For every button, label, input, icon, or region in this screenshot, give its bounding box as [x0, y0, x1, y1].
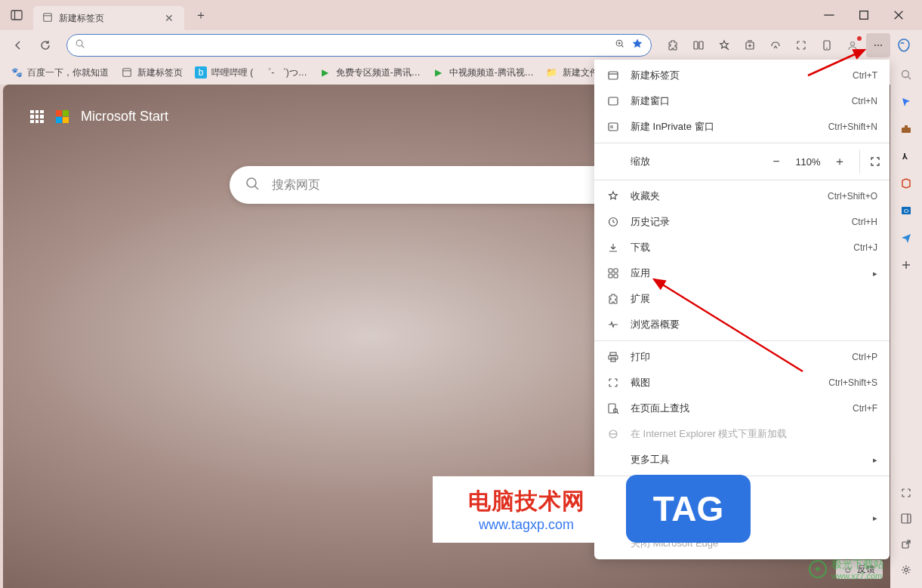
sidebar-m365-icon[interactable] — [897, 174, 915, 192]
bookmark-label: 新建标签页 — [137, 66, 183, 79]
svg-line-13 — [621, 45, 623, 47]
favorites-icon[interactable] — [712, 33, 736, 57]
zoom-out-button[interactable]: − — [761, 149, 791, 174]
find-icon — [606, 402, 620, 415]
svg-point-26 — [880, 45, 882, 46]
bookmark-tencent-mid[interactable]: ▶中视频频道-腾讯视… — [428, 63, 538, 82]
mobile-icon[interactable] — [815, 33, 839, 57]
svg-rect-56 — [609, 404, 615, 413]
address-bar[interactable] — [66, 34, 652, 57]
zoom-in-button[interactable]: ＋ — [825, 149, 855, 174]
menu-find[interactable]: 在页面上查找 Ctrl+F — [594, 396, 890, 421]
menu-shortcut: Ctrl+Shift+S — [828, 377, 877, 388]
menu-print[interactable]: 打印 Ctrl+P — [594, 344, 890, 370]
sidebar-shopping-icon[interactable] — [897, 93, 915, 111]
search-icon — [245, 176, 260, 194]
menu-label: 在 Internet Explorer 模式下重新加载 — [631, 427, 877, 441]
menu-shortcut: Ctrl+N — [852, 96, 877, 106]
refresh-button[interactable] — [33, 33, 57, 57]
bookmark-tencent-free[interactable]: ▶免费专区频道-腾讯… — [315, 63, 425, 82]
sidebar-search-icon[interactable] — [897, 66, 915, 84]
crop-icon — [606, 376, 620, 389]
blank-icon — [606, 453, 620, 466]
new-tab-button[interactable]: ＋ — [190, 5, 211, 26]
sidebar-outlook-icon[interactable]: O — [897, 202, 915, 220]
svg-rect-15 — [699, 42, 703, 49]
xz7-logo-icon: ✦ — [809, 560, 827, 578]
pulse-icon — [606, 318, 620, 331]
menu-screenshot[interactable]: 截图 Ctrl+Shift+S — [594, 370, 890, 396]
menu-label: 更多工具 — [631, 453, 856, 466]
zoom-label: 缩放 — [631, 155, 761, 168]
new-tab-icon — [606, 69, 620, 82]
url-input[interactable] — [91, 40, 609, 51]
extensions-icon[interactable] — [661, 33, 685, 57]
screenshot-icon[interactable] — [789, 33, 813, 57]
menu-shortcut: Ctrl+H — [852, 217, 877, 227]
menu-browser-essentials[interactable]: 浏览器概要 — [594, 312, 890, 337]
bookmark-ntp[interactable]: 新建标签页 — [116, 63, 187, 82]
svg-rect-52 — [614, 274, 618, 278]
sidebar-tools-icon[interactable] — [897, 120, 915, 138]
svg-rect-2 — [44, 13, 52, 21]
menu-favorites[interactable]: 收藏夹 Ctrl+Shift+O — [594, 183, 890, 209]
split-screen-icon[interactable] — [686, 33, 711, 57]
svg-point-42 — [905, 568, 908, 571]
svg-point-25 — [877, 45, 879, 46]
menu-new-tab[interactable]: 新建标签页 Ctrl+T — [594, 63, 890, 88]
sidebar-screenshot-icon[interactable] — [897, 484, 915, 502]
sidebar-settings-icon[interactable] — [897, 561, 915, 579]
sidebar-panel-icon[interactable] — [897, 509, 915, 528]
fullscreen-button[interactable] — [859, 149, 890, 174]
menu-separator — [594, 143, 890, 143]
menu-new-window[interactable]: 新建窗口 Ctrl+N — [594, 88, 890, 114]
svg-rect-27 — [123, 69, 131, 77]
menu-history[interactable]: 历史记录 Ctrl+H — [594, 209, 890, 235]
tab-actions-icon[interactable] — [6, 5, 27, 26]
menu-more-tools[interactable]: 更多工具 — [594, 447, 890, 473]
minimize-button[interactable] — [812, 3, 846, 27]
bookmark-baidu[interactable]: 🐾百度一下，你就知道 — [6, 63, 113, 82]
profile-icon[interactable] — [840, 33, 865, 57]
zoom-indicator-icon[interactable] — [615, 38, 625, 52]
menu-extensions[interactable]: 扩展 — [594, 286, 890, 312]
close-tab-icon[interactable]: ✕ — [163, 12, 175, 24]
svg-line-9 — [82, 45, 84, 48]
web-search-box[interactable]: 搜索网页 — [230, 166, 630, 204]
page-icon — [121, 66, 133, 79]
menu-apps[interactable]: 应用 — [594, 260, 890, 286]
favorite-star-icon[interactable] — [631, 38, 643, 53]
watermark-tag-text: TAG — [653, 488, 724, 529]
collections-icon[interactable] — [738, 33, 762, 57]
svg-text:O: O — [904, 208, 908, 214]
sidebar-send-icon[interactable] — [897, 229, 915, 247]
sidebar-external-icon[interactable] — [897, 535, 915, 553]
maximize-button[interactable] — [846, 3, 881, 27]
apps-grid-icon[interactable] — [30, 110, 44, 124]
sidebar-add-icon[interactable] — [897, 256, 915, 274]
history-icon — [606, 215, 620, 229]
menu-separator — [594, 180, 890, 180]
video-icon: ▶ — [433, 66, 445, 79]
bookmark-bilibili[interactable]: b哔哩哔哩 ( ゜- ゜)つ… — [190, 63, 312, 82]
menu-label: 下载 — [631, 241, 843, 254]
svg-rect-39 — [902, 514, 911, 523]
menu-label: 在页面上查找 — [631, 402, 842, 415]
svg-rect-34 — [905, 125, 908, 128]
folder-icon: 📁 — [546, 66, 558, 79]
star-icon — [606, 189, 620, 203]
sidebar-games-icon[interactable] — [897, 147, 915, 165]
svg-rect-49 — [609, 269, 612, 272]
more-menu-button[interactable] — [866, 33, 890, 57]
window-controls — [812, 3, 916, 27]
close-window-button[interactable] — [881, 3, 916, 27]
back-button[interactable] — [6, 33, 30, 57]
menu-label: 新建 InPrivate 窗口 — [631, 120, 818, 134]
menu-new-inprivate[interactable]: 新建 InPrivate 窗口 Ctrl+Shift+N — [594, 114, 890, 140]
watermark-xz7: ✦ 极光下载站 www.xz7.com — [809, 558, 884, 580]
menu-downloads[interactable]: 下载 Ctrl+J — [594, 235, 890, 260]
tab-new-tab-page[interactable]: 新建标签页 ✕ — [33, 6, 184, 30]
svg-rect-45 — [609, 97, 618, 105]
browser-essentials-icon[interactable] — [763, 33, 788, 57]
copilot-icon[interactable] — [892, 33, 916, 57]
